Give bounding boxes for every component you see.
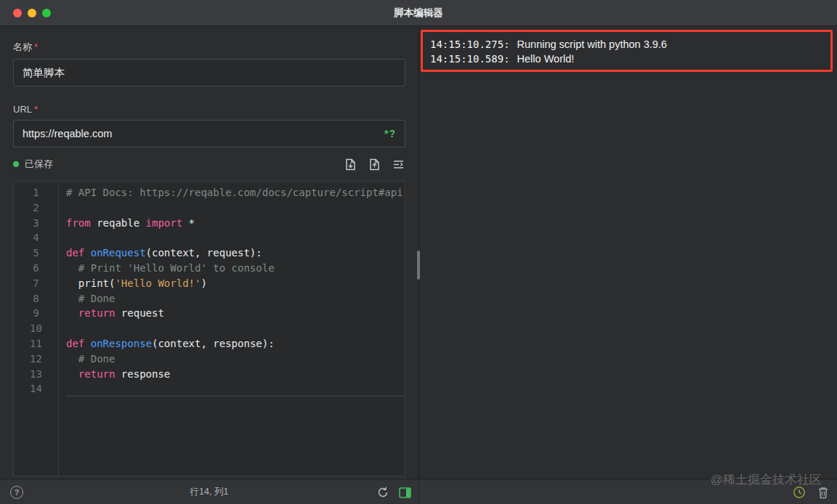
code-line[interactable] bbox=[66, 321, 405, 336]
code-token: 'Hello World!' bbox=[115, 277, 201, 289]
url-input-value: https://reqable.com bbox=[23, 128, 384, 139]
format-code-icon[interactable] bbox=[392, 158, 405, 171]
code-token: # API Docs: https://reqable.com/docs/cap… bbox=[66, 187, 403, 198]
line-number: 13 bbox=[14, 367, 58, 382]
line-number: 14 bbox=[14, 381, 58, 397]
window-title: 脚本编辑器 bbox=[394, 7, 443, 20]
refresh-icon[interactable] bbox=[376, 486, 389, 499]
console-log-entry: 14:15:10.275:Running script with python … bbox=[430, 37, 823, 52]
code-token: import bbox=[146, 217, 183, 229]
console-panel: 14:15:10.275:Running script with python … bbox=[419, 26, 837, 479]
code-line[interactable]: def onResponse(context, response): bbox=[66, 336, 405, 351]
code-token: (context, response): bbox=[152, 338, 275, 349]
minimize-window-button[interactable] bbox=[28, 9, 36, 17]
log-message: Running script with python 3.9.6 bbox=[517, 38, 667, 50]
code-editor[interactable]: 1234567891011121314 # API Docs: https://… bbox=[13, 181, 405, 476]
line-number: 3 bbox=[14, 216, 58, 231]
line-number: 10 bbox=[14, 321, 58, 336]
code-token: return bbox=[66, 368, 115, 380]
name-input-value: 简单脚本 bbox=[23, 66, 396, 80]
line-number: 6 bbox=[14, 261, 58, 276]
saved-status-dot bbox=[13, 161, 19, 167]
editor-code[interactable]: # API Docs: https://reqable.com/docs/cap… bbox=[59, 182, 405, 476]
name-input[interactable]: 简单脚本 bbox=[13, 59, 405, 86]
help-icon[interactable]: ? bbox=[10, 486, 23, 499]
main-area: 名称* 简单脚本 URL* https://reqable.com *? 已保存 bbox=[0, 26, 837, 479]
code-line[interactable]: print('Hello World!') bbox=[66, 276, 405, 291]
line-number: 7 bbox=[14, 276, 58, 291]
url-label-text: URL bbox=[13, 104, 32, 115]
line-number: 5 bbox=[14, 245, 58, 261]
line-number: 12 bbox=[14, 351, 58, 367]
title-bar: 脚本编辑器 bbox=[0, 0, 837, 26]
line-number: 9 bbox=[14, 306, 58, 321]
code-token: request bbox=[115, 307, 163, 319]
open-script-file-icon[interactable] bbox=[344, 158, 357, 171]
export-script-file-icon[interactable] bbox=[368, 158, 381, 171]
editor-gutter: 1234567891011121314 bbox=[14, 182, 59, 476]
line-number: 8 bbox=[14, 291, 58, 306]
code-token: return bbox=[66, 307, 115, 319]
code-token: ) bbox=[201, 277, 206, 289]
toggle-panel-icon[interactable] bbox=[399, 487, 411, 498]
code-line[interactable]: return request bbox=[66, 306, 405, 321]
code-token: onRequest bbox=[91, 247, 146, 259]
name-label-text: 名称 bbox=[13, 41, 32, 52]
console-statusbar-icons bbox=[793, 486, 829, 499]
window-controls bbox=[13, 9, 51, 17]
name-label: 名称* bbox=[13, 41, 405, 54]
script-editor-window: { "window": { "title": "脚本编辑器" }, "form"… bbox=[0, 0, 837, 504]
code-line[interactable] bbox=[66, 381, 405, 397]
log-timestamp: 14:15:10.275: bbox=[430, 38, 510, 50]
code-token: onResponse bbox=[91, 338, 152, 349]
log-timestamp: 14:15:10.589: bbox=[430, 53, 510, 65]
required-asterisk: * bbox=[34, 104, 38, 115]
code-token: * bbox=[182, 217, 195, 229]
log-message: Hello World! bbox=[517, 53, 575, 65]
status-bar: ? 行14, 列1 bbox=[0, 479, 837, 504]
code-line[interactable]: # Print 'Hello World' to console bbox=[66, 261, 405, 276]
code-token: # Print 'Hello World' to console bbox=[66, 262, 275, 274]
code-line[interactable]: # API Docs: https://reqable.com/docs/cap… bbox=[66, 185, 405, 200]
code-token: from bbox=[66, 217, 91, 229]
panel-resize-handle[interactable] bbox=[417, 251, 420, 280]
code-line[interactable]: from reqable import * bbox=[66, 216, 405, 231]
code-line[interactable] bbox=[66, 230, 405, 245]
code-token: # Done bbox=[66, 293, 115, 304]
line-number: 4 bbox=[14, 230, 58, 245]
code-token: print( bbox=[66, 277, 115, 289]
code-line[interactable] bbox=[66, 200, 405, 216]
line-number: 2 bbox=[14, 200, 58, 216]
required-asterisk: * bbox=[34, 41, 38, 52]
close-window-button[interactable] bbox=[13, 9, 22, 17]
saved-status-label: 已保存 bbox=[25, 158, 53, 171]
url-pattern-hint[interactable]: *? bbox=[384, 128, 396, 139]
code-token: reqable bbox=[91, 217, 146, 229]
url-label: URL* bbox=[13, 104, 405, 115]
code-token: response bbox=[115, 368, 170, 380]
editor-toolbar: 已保存 bbox=[13, 147, 405, 181]
code-token: # Done bbox=[66, 353, 115, 365]
code-line[interactable]: # Done bbox=[66, 291, 405, 306]
console-log-entry: 14:15:10.589:Hello World! bbox=[430, 52, 823, 66]
history-clock-icon[interactable] bbox=[793, 486, 806, 499]
editor-statusbar-icons bbox=[376, 486, 411, 499]
code-line[interactable]: return response bbox=[66, 367, 405, 382]
code-line[interactable]: def onRequest(context, request): bbox=[66, 245, 405, 261]
console-output: 14:15:10.275:Running script with python … bbox=[421, 30, 833, 72]
line-number: 1 bbox=[14, 185, 58, 200]
cursor-position: 行14, 列1 bbox=[190, 486, 229, 498]
line-number: 11 bbox=[14, 336, 58, 351]
toolbar-icons bbox=[344, 158, 405, 171]
trash-icon[interactable] bbox=[817, 486, 829, 499]
url-input[interactable]: https://reqable.com *? bbox=[13, 120, 405, 147]
code-line[interactable]: # Done bbox=[66, 351, 405, 367]
code-token: def bbox=[66, 247, 91, 259]
statusbar-divider bbox=[418, 480, 419, 504]
code-token: (context, request): bbox=[146, 247, 262, 259]
code-token: def bbox=[66, 338, 91, 349]
maximize-window-button[interactable] bbox=[42, 9, 51, 17]
script-panel: 名称* 简单脚本 URL* https://reqable.com *? 已保存 bbox=[0, 26, 419, 479]
